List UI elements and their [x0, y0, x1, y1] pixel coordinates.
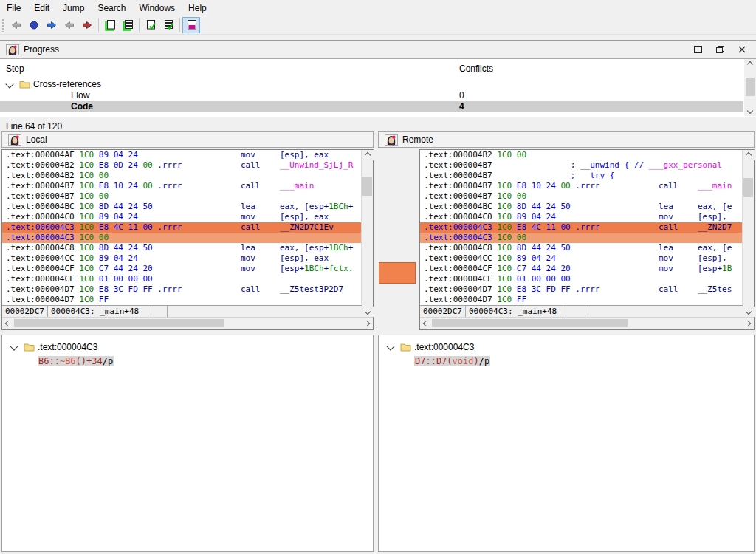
code-segment: .text:000004CF: [424, 264, 497, 273]
scrollbar-thumb[interactable]: [14, 319, 224, 327]
horizontal-scrollbar[interactable]: [420, 317, 754, 329]
remote-xref-pane: .text:000004C3 D7::D7(void)/p: [378, 335, 755, 552]
disasm-row[interactable]: .text:000004C8 1C0 8D 44 24 50 lea eax, …: [424, 243, 743, 253]
scroll-left-button[interactable]: [2, 318, 14, 329]
current-position-icon[interactable]: [25, 17, 43, 33]
disasm-row[interactable]: .text:000004CC 1C0 89 04 24 mov [esp],: [424, 253, 743, 264]
disasm-row[interactable]: .text:000004CF 1C0 01 00 00 00: [424, 274, 743, 284]
vertical-scrollbar[interactable]: [361, 150, 373, 317]
disasm-row[interactable]: .text:000004CF 1C0 C7 44 24 20 mov [esp+…: [424, 264, 743, 274]
disasm-row[interactable]: .text:000004C3 1C0 00: [420, 233, 743, 243]
code-segment: lea: [241, 243, 280, 253]
disasm-row[interactable]: .text:000004C8 1C0 8D 44 24 50 lea eax, …: [6, 243, 362, 253]
code-segment: .text:000004B7: [424, 181, 497, 191]
doc-check-icon[interactable]: [142, 17, 159, 33]
doc-list-icon[interactable]: [119, 17, 137, 33]
disasm-row[interactable]: .text:000004B7 1C0 E8 10 24 00 .rrrr cal…: [424, 181, 743, 191]
menu-file[interactable]: File: [0, 1, 27, 16]
disasm-row[interactable]: .text:000004BC 1C0 8D 44 24 50 lea eax, …: [6, 202, 362, 212]
scrollbar-thumb[interactable]: [746, 78, 755, 96]
code-segment: +: [348, 202, 354, 211]
xref-item[interactable]: D7::D7(void)/p: [414, 355, 490, 367]
doc-list-check-icon[interactable]: [159, 17, 177, 33]
local-pane-header[interactable]: Local: [1, 131, 374, 148]
tree-row-cross-references[interactable]: Cross-references: [0, 79, 743, 90]
local-disasm-listing: .text:000004AF 1C0 89 04 24 mov [esp], e…: [2, 150, 362, 305]
scrollbar-thumb[interactable]: [362, 177, 372, 196]
next-conflict-icon[interactable]: [78, 17, 96, 33]
disasm-row[interactable]: .text:000004C3 1C0 00: [2, 233, 362, 243]
disasm-row[interactable]: .text:000004B2 1C0 00: [424, 150, 743, 160]
progress-window: Progress Step Conflicts Cross-references: [0, 40, 756, 554]
disasm-row[interactable]: .text:000004D7 1C0 FF: [6, 295, 362, 305]
diff-gutter: [378, 149, 419, 330]
status-cell-empty: [148, 306, 168, 317]
chevron-down-icon[interactable]: [386, 342, 394, 350]
disasm-row[interactable]: .text:000004CF 1C0 C7 44 24 20 mov [esp+…: [6, 264, 362, 274]
scroll-down-button[interactable]: [744, 106, 756, 116]
scroll-down-button[interactable]: [362, 307, 374, 317]
disasm-row[interactable]: .text:000004D7 1C0 FF: [424, 295, 743, 305]
disasm-row[interactable]: .text:000004C0 1C0 89 04 24 mov [esp], e…: [6, 212, 362, 222]
disasm-row[interactable]: .text:000004CF 1C0 01 00 00 00: [6, 274, 362, 284]
scroll-up-button[interactable]: [362, 150, 374, 160]
disasm-row[interactable]: .text:000004BC 1C0 8D 44 24 50 lea eax, …: [424, 202, 743, 212]
tree-row-flow[interactable]: Flow 0: [0, 90, 743, 101]
menu-help[interactable]: Help: [182, 1, 213, 16]
disasm-row[interactable]: .text:000004AF 1C0 89 04 24 mov [esp], e…: [6, 150, 362, 160]
progress-titlebar[interactable]: Progress: [0, 41, 756, 58]
disasm-row[interactable]: .text:000004C3 1C0 E8 4C 11 00 .rrrr cal…: [2, 222, 362, 233]
menu-edit[interactable]: Edit: [27, 1, 56, 16]
chevron-down-icon[interactable]: [10, 342, 18, 350]
column-header-conflicts[interactable]: Conflicts: [459, 64, 493, 77]
code-segment: .text:000004CF: [6, 274, 79, 284]
scrollbar-thumb[interactable]: [743, 178, 753, 197]
disasm-row[interactable]: .text:000004CC 1C0 89 04 24 mov [esp], e…: [6, 253, 362, 264]
disasm-row[interactable]: .text:000004C3 1C0 E8 4C 11 00 .rrrr cal…: [420, 222, 743, 233]
code-segment: __ZN2D7: [698, 222, 732, 232]
disasm-row[interactable]: .text:000004B7 1C0 00: [424, 191, 743, 202]
toolbar-grip[interactable]: [1, 18, 5, 32]
scroll-up-button[interactable]: [743, 150, 755, 160]
horizontal-scrollbar[interactable]: [2, 317, 373, 329]
disasm-row[interactable]: .text:000004B2 1C0 E8 0D 24 00 .rrrr cal…: [6, 160, 362, 171]
scroll-down-button[interactable]: [743, 307, 755, 317]
disasm-row[interactable]: .text:000004B7 ; try {: [424, 171, 743, 181]
xref-item[interactable]: B6::~B6()+34/p: [38, 355, 114, 367]
scroll-left-button[interactable]: [420, 318, 432, 329]
prev-conflict-icon[interactable]: [61, 17, 78, 33]
code-segment: 1C0: [497, 202, 517, 211]
menu-jump[interactable]: Jump: [56, 1, 91, 16]
disasm-row[interactable]: .text:000004B2 1C0 00: [6, 171, 362, 181]
scroll-right-button[interactable]: [361, 318, 373, 329]
chevron-down-icon[interactable]: [5, 80, 13, 88]
column-header-step[interactable]: Step: [6, 64, 24, 77]
disasm-row[interactable]: .text:000004B7 1C0 00: [6, 191, 362, 202]
toolbar-separator: [98, 18, 99, 32]
disasm-row[interactable]: .text:000004C0 1C0 89 04 24 mov [esp],: [424, 212, 743, 222]
code-segment: [599, 284, 658, 294]
tree-row-code[interactable]: Code 4: [0, 101, 743, 112]
nav-forward-icon[interactable]: [43, 17, 61, 33]
merge-view-icon[interactable]: [182, 17, 200, 33]
disasm-row[interactable]: .text:000004D7 1C0 E8 3C FD FF .rrrr cal…: [424, 284, 743, 295]
disasm-row[interactable]: .text:000004D7 1C0 E8 3C FD FF .rrrr cal…: [6, 284, 362, 295]
scroll-up-button[interactable]: [744, 59, 756, 69]
maximize-button[interactable]: [687, 42, 709, 57]
status-cell-offset: 00002DC7: [420, 306, 466, 317]
doc-left-icon[interactable]: [101, 17, 119, 33]
remote-pane-header[interactable]: Remote: [378, 131, 755, 148]
disasm-row[interactable]: .text:000004B7 1C0 E8 10 24 00 .rrrr cal…: [6, 181, 362, 191]
disasm-row[interactable]: .text:000004B7 ; __unwind { // ___gxx_pe…: [424, 160, 743, 171]
menu-windows[interactable]: Windows: [132, 1, 182, 16]
menu-bar: File Edit Jump Search Windows Help: [0, 0, 756, 16]
close-button[interactable]: [731, 42, 753, 57]
code-segment: 1C0: [79, 295, 99, 304]
vertical-scrollbar[interactable]: [744, 59, 756, 116]
scrollbar-thumb[interactable]: [432, 319, 628, 327]
vertical-scrollbar[interactable]: [742, 150, 754, 317]
restore-button[interactable]: [709, 42, 731, 57]
scroll-right-button[interactable]: [742, 318, 754, 329]
menu-search[interactable]: Search: [91, 1, 132, 16]
nav-back-icon[interactable]: [7, 17, 25, 33]
